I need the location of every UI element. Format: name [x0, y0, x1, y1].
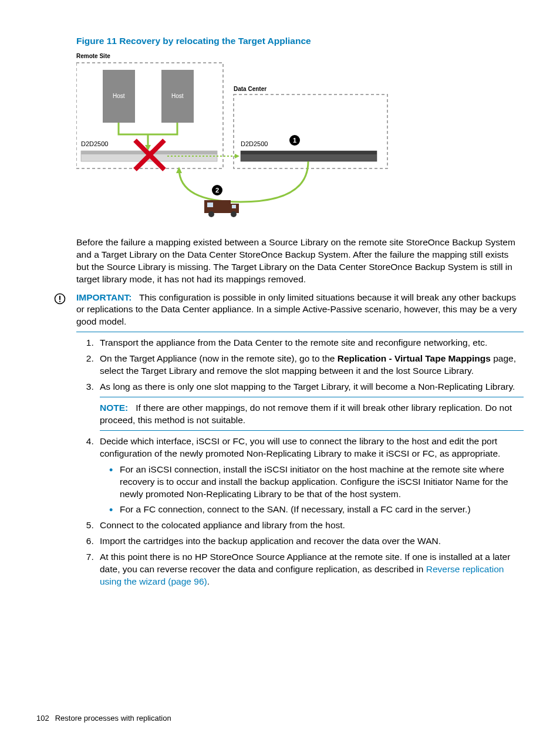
steps-list: Transport the appliance from the Data Ce… [76, 337, 524, 588]
step-4-bullet-1: For an iSCSI connection, install the iSC… [120, 464, 524, 501]
footer-section: Restore processes with replication [55, 714, 171, 723]
step-2: On the Target Appliance (now in the remo… [96, 353, 524, 377]
step-4: Decide which interface, iSCSI or FC, you… [96, 436, 524, 517]
remote-site-label: Remote Site [76, 53, 110, 59]
important-text: This configuration is possible in only l… [76, 292, 517, 327]
d2d-right-label: D2D2500 [241, 140, 268, 147]
svg-point-22 [208, 211, 214, 217]
svg-rect-26 [59, 296, 60, 300]
divider [76, 332, 524, 332]
step-3: As long as there is only one slot mappin… [96, 381, 524, 431]
data-center-label: Data Center [234, 86, 266, 92]
important-label: IMPORTANT: [76, 292, 131, 302]
important-icon [54, 292, 76, 305]
d2d-left-label: D2D2500 [81, 140, 108, 147]
step-4-bullet-2: For a FC connection, connect to the SAN.… [120, 504, 524, 516]
svg-marker-16 [176, 167, 182, 173]
step-6: Import the cartridges into the backup ap… [96, 535, 524, 548]
svg-rect-27 [59, 301, 60, 302]
page-footer: 102Restore processes with replication [36, 713, 171, 724]
host-label-1: Host [113, 93, 125, 99]
figure-title: Figure 11 Recovery by relocating the Tar… [76, 35, 524, 48]
step-5: Connect to the colocated appliance and l… [96, 519, 524, 532]
divider [100, 397, 524, 397]
intro-paragraph: Before the failure a mapping existed bet… [76, 237, 524, 286]
step-7: At this point there is no HP StoreOnce S… [96, 551, 524, 588]
svg-point-23 [231, 211, 237, 217]
note-label: NOTE: [100, 403, 128, 413]
svg-marker-13 [235, 154, 239, 158]
page-number: 102 [36, 714, 49, 723]
divider [100, 430, 524, 431]
svg-text:2: 2 [215, 187, 219, 194]
important-note: IMPORTANT: This configuration is possibl… [76, 292, 524, 329]
note-text: If there are other mappings, do not remo… [100, 403, 512, 425]
host-label-2: Host [171, 93, 184, 99]
recovery-diagram: Remote Site Host Host D2D2500 Data Cente… [76, 52, 524, 226]
svg-rect-11 [241, 151, 377, 154]
truck-icon [204, 200, 239, 217]
svg-rect-21 [232, 205, 236, 208]
step-1: Transport the appliance from the Data Ce… [96, 337, 524, 349]
svg-text:1: 1 [293, 137, 296, 144]
svg-rect-24 [207, 202, 213, 207]
